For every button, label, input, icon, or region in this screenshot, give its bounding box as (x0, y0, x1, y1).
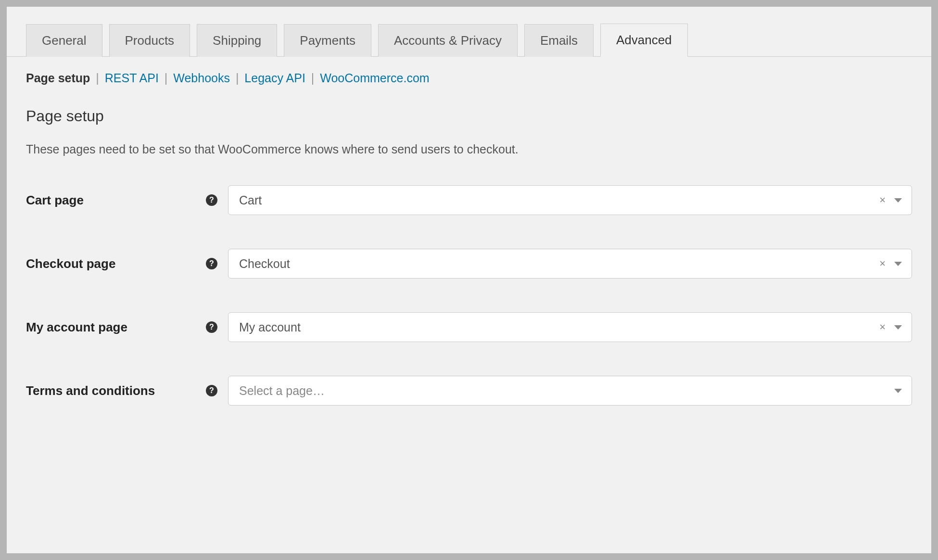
field-control-checkout-page: Checkout × (228, 249, 912, 279)
subnav-link-legacy-api[interactable]: Legacy API (244, 71, 305, 85)
field-row-my-account-page: My account page ? My account × (26, 312, 912, 342)
chevron-down-icon (894, 389, 902, 393)
tab-advanced[interactable]: Advanced (600, 24, 688, 57)
field-label-checkout-page: Checkout page ? (26, 256, 228, 271)
field-label-my-account-page: My account page ? (26, 320, 228, 335)
field-control-my-account-page: My account × (228, 312, 912, 342)
chevron-down-icon (894, 198, 902, 203)
field-row-cart-page: Cart page ? Cart × (26, 185, 912, 215)
help-icon[interactable]: ? (206, 194, 217, 206)
select-value: Checkout (239, 257, 290, 271)
select-value: Cart (239, 193, 262, 207)
field-label-text: Terms and conditions (26, 383, 155, 398)
chevron-down-icon (894, 325, 902, 330)
help-icon[interactable]: ? (206, 321, 217, 333)
tab-emails[interactable]: Emails (524, 24, 594, 57)
help-icon[interactable]: ? (206, 258, 217, 269)
field-label-text: Checkout page (26, 256, 115, 271)
settings-panel: General Products Shipping Payments Accou… (7, 7, 931, 553)
field-control-terms-and-conditions: Select a page… (228, 376, 912, 406)
help-icon[interactable]: ? (206, 385, 217, 396)
my-account-page-select[interactable]: My account × (228, 312, 912, 342)
section-description: These pages need to be set so that WooCo… (26, 142, 912, 156)
section-title: Page setup (26, 107, 912, 125)
clear-icon[interactable]: × (879, 321, 886, 333)
tab-products[interactable]: Products (109, 24, 190, 57)
tab-payments[interactable]: Payments (284, 24, 371, 57)
tab-shipping[interactable]: Shipping (197, 24, 277, 57)
clear-icon[interactable]: × (879, 257, 886, 270)
subnav-current: Page setup (26, 71, 90, 85)
cart-page-select[interactable]: Cart × (228, 185, 912, 215)
field-label-text: My account page (26, 320, 127, 335)
select-placeholder: Select a page… (239, 384, 325, 398)
field-label-text: Cart page (26, 193, 84, 208)
subnav-link-woocommerce-com[interactable]: WooCommerce.com (320, 71, 429, 85)
field-row-terms-and-conditions: Terms and conditions ? Select a page… (26, 376, 912, 406)
field-control-cart-page: Cart × (228, 185, 912, 215)
chevron-down-icon (894, 262, 902, 266)
tab-accounts-privacy[interactable]: Accounts & Privacy (378, 24, 518, 57)
subnav-link-rest-api[interactable]: REST API (105, 71, 159, 85)
field-row-checkout-page: Checkout page ? Checkout × (26, 249, 912, 279)
field-label-terms-and-conditions: Terms and conditions ? (26, 383, 228, 398)
tab-content: Page setup | REST API | Webhooks | Legac… (7, 57, 931, 439)
subnav-link-webhooks[interactable]: Webhooks (173, 71, 230, 85)
tab-general[interactable]: General (26, 24, 102, 57)
select-value: My account (239, 320, 301, 334)
field-label-cart-page: Cart page ? (26, 193, 228, 208)
checkout-page-select[interactable]: Checkout × (228, 249, 912, 279)
terms-and-conditions-select[interactable]: Select a page… (228, 376, 912, 406)
advanced-subnav: Page setup | REST API | Webhooks | Legac… (26, 71, 912, 85)
settings-tabs: General Products Shipping Payments Accou… (7, 7, 931, 57)
clear-icon[interactable]: × (879, 194, 886, 206)
